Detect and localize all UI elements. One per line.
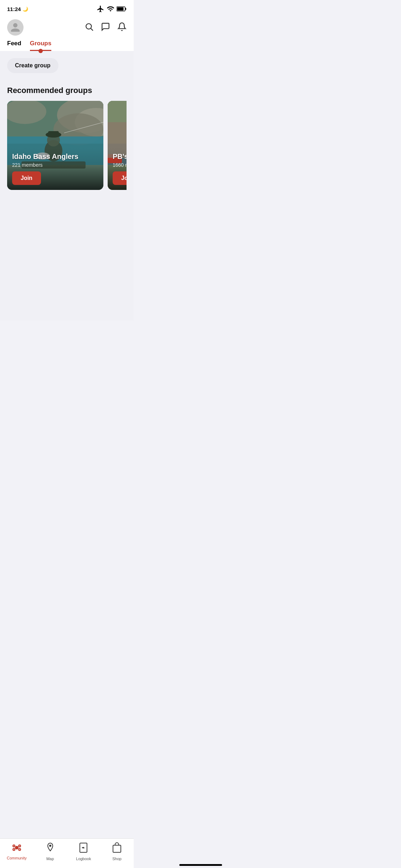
header: Feed Groups bbox=[0, 16, 134, 51]
group-card-2-name: PB's O bbox=[113, 153, 127, 161]
notification-icon[interactable] bbox=[117, 22, 127, 33]
status-time: 11:24 bbox=[7, 6, 21, 12]
empty-content-area bbox=[0, 196, 134, 320]
status-icons bbox=[97, 5, 127, 13]
wifi-icon bbox=[107, 5, 114, 13]
group-card-2-overlay: PB's O 1660 me Joi bbox=[108, 148, 127, 190]
group-card-2-join-button[interactable]: Joi bbox=[113, 171, 127, 185]
group-card-1-overlay: Idaho Bass Anglers 221 members Join bbox=[7, 148, 103, 190]
avatar[interactable] bbox=[7, 19, 24, 36]
svg-line-4 bbox=[91, 29, 93, 31]
create-group-button[interactable]: Create group bbox=[7, 58, 58, 73]
airplane-icon bbox=[97, 5, 104, 13]
status-bar: 11:24 🌙 bbox=[0, 0, 134, 16]
header-actions bbox=[84, 22, 127, 33]
moon-icon: 🌙 bbox=[22, 6, 28, 12]
create-group-section: Create group bbox=[0, 51, 134, 79]
recommended-groups-title: Recommended groups bbox=[7, 86, 127, 95]
group-card-1[interactable]: Idaho Bass Anglers 221 members Join bbox=[7, 101, 103, 190]
search-icon[interactable] bbox=[84, 22, 94, 33]
svg-rect-1 bbox=[125, 8, 127, 10]
group-card-2-members: 1660 me bbox=[113, 162, 127, 168]
group-card-1-members: 221 members bbox=[12, 162, 98, 168]
group-card-2[interactable]: PB's O 1660 me Joi bbox=[108, 101, 127, 190]
group-card-1-join-button[interactable]: Join bbox=[12, 171, 41, 185]
active-tab-dot bbox=[38, 49, 43, 53]
message-icon[interactable] bbox=[101, 22, 110, 33]
svg-point-3 bbox=[86, 24, 91, 29]
group-card-1-name: Idaho Bass Anglers bbox=[12, 153, 98, 161]
nav-tabs: Feed Groups bbox=[7, 40, 127, 51]
tab-feed[interactable]: Feed bbox=[7, 40, 21, 51]
svg-rect-2 bbox=[117, 7, 124, 11]
battery-icon bbox=[117, 6, 127, 12]
svg-rect-16 bbox=[48, 131, 59, 135]
recommended-groups-section: Recommended groups bbox=[0, 79, 134, 196]
groups-carousel: Idaho Bass Anglers 221 members Join bbox=[7, 101, 127, 196]
